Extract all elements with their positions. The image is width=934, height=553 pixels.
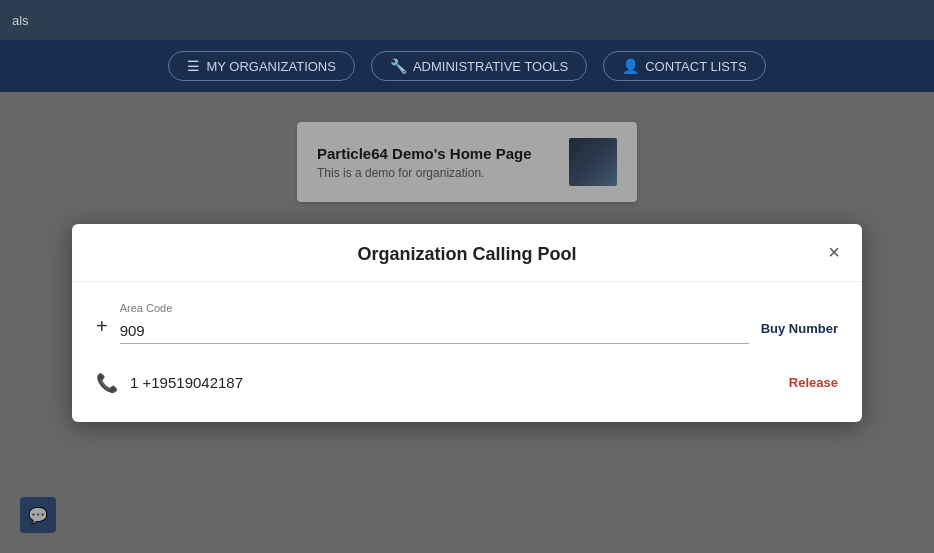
area-code-row: + Area Code Buy Number: [96, 302, 838, 344]
wrench-icon: 🔧: [390, 58, 407, 74]
phone-number: 1 +19519042187: [130, 374, 777, 391]
area-code-field: Area Code: [120, 302, 749, 344]
phone-row: 📞 1 +19519042187 Release: [96, 372, 838, 394]
top-bar: als: [0, 0, 934, 40]
nav-bar: ☰ MY ORGANIZATIONS 🔧 ADMINISTRATIVE TOOL…: [0, 40, 934, 92]
modal-close-button[interactable]: ×: [822, 238, 846, 266]
contact-icon: 👤: [622, 58, 639, 74]
plus-icon: +: [96, 315, 108, 344]
area-code-label: Area Code: [120, 302, 749, 314]
modal-overlay: Organization Calling Pool × + Area Code …: [0, 92, 934, 553]
phone-icon: 📞: [96, 372, 118, 394]
modal-header: Organization Calling Pool ×: [72, 224, 862, 282]
area-code-input[interactable]: [120, 318, 749, 344]
main-background: Particle64 Demo's Home Page This is a de…: [0, 92, 934, 553]
modal-body: + Area Code Buy Number 📞 1 +19519042187 …: [72, 282, 862, 422]
nav-label-my-organizations: MY ORGANIZATIONS: [206, 59, 336, 74]
buy-number-button[interactable]: Buy Number: [761, 321, 838, 344]
list-icon: ☰: [187, 58, 200, 74]
modal-title: Organization Calling Pool: [357, 244, 576, 265]
nav-label-contact-lists: CONTACT LISTS: [645, 59, 746, 74]
top-bar-title: als: [12, 13, 29, 28]
release-button[interactable]: Release: [789, 375, 838, 390]
nav-btn-my-organizations[interactable]: ☰ MY ORGANIZATIONS: [168, 51, 355, 81]
calling-pool-modal: Organization Calling Pool × + Area Code …: [72, 224, 862, 422]
nav-btn-contact-lists[interactable]: 👤 CONTACT LISTS: [603, 51, 765, 81]
nav-label-administrative-tools: ADMINISTRATIVE TOOLS: [413, 59, 568, 74]
nav-btn-administrative-tools[interactable]: 🔧 ADMINISTRATIVE TOOLS: [371, 51, 587, 81]
